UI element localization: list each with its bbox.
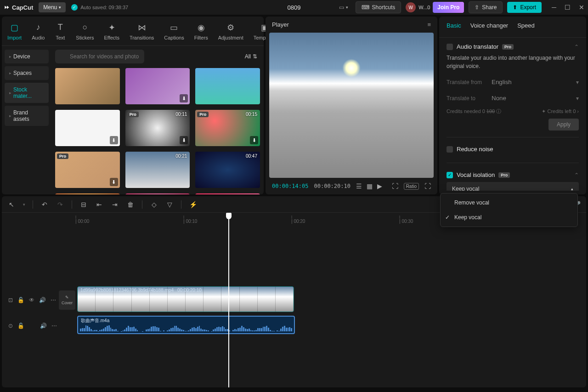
bookmark-icon[interactable]: ▽ xyxy=(165,201,174,208)
dropdown-option[interactable]: Remove vocal xyxy=(441,195,577,210)
track-more-icon[interactable]: ⋯ xyxy=(51,297,56,303)
track-lock-icon[interactable]: 🔓 xyxy=(17,297,24,303)
media-thumbnail[interactable]: 00:21 xyxy=(125,193,190,194)
autosave-status: ✓ Auto saved: 09:38:37 xyxy=(71,4,128,11)
tool-tab-captions[interactable]: ▭Captions xyxy=(164,22,184,44)
download-icon[interactable]: ⬇ xyxy=(180,94,188,102)
filter-all-button[interactable]: All ⇅ xyxy=(242,51,260,62)
vocal-isolation-toggle[interactable]: ✓ xyxy=(447,172,453,178)
properties-tab-voice-changer[interactable]: Voice changer xyxy=(470,22,508,32)
project-title[interactable]: 0809 xyxy=(288,4,301,11)
close-icon[interactable]: ✕ xyxy=(579,4,584,11)
join-pro-button[interactable]: Join Pro xyxy=(433,2,464,13)
audio-translator-section: Audio translator Pro ⌃ Translate your au… xyxy=(447,43,579,137)
trim-right-icon[interactable]: ⇥ xyxy=(111,201,119,208)
scan-icon[interactable]: ⛶ xyxy=(392,182,398,190)
video-track: ⊡ 🔓 👁 🔊 ⋯ ✎Cover 1d99a992b8081812346706 … xyxy=(2,286,586,314)
player-viewport[interactable] xyxy=(269,33,434,178)
marker-icon[interactable]: ◇ xyxy=(150,201,158,208)
split-icon[interactable]: ⊟ xyxy=(79,201,88,208)
dropdown-option[interactable]: Keep vocal xyxy=(441,210,577,225)
player-menu-icon[interactable]: ≡ xyxy=(427,21,431,28)
check-icon: ✓ xyxy=(71,4,78,11)
time-tick: | 00:10 xyxy=(183,215,197,224)
media-thumbnail[interactable]: 00:47 xyxy=(195,152,260,188)
audio-translator-toggle[interactable] xyxy=(447,44,453,50)
sidebar-item-brandassets[interactable]: Brand assets xyxy=(5,106,49,126)
collapse-icon[interactable]: ⌃ xyxy=(574,172,579,178)
aspect-ratio-button[interactable]: ▭ ▾ xyxy=(336,2,351,12)
fullscreen-icon[interactable]: ⛶ xyxy=(424,182,431,190)
sidebar-item-device[interactable]: Device xyxy=(5,50,49,63)
titlebar: CapCut Menu ▾ ✓ Auto saved: 09:38:37 080… xyxy=(0,0,588,15)
media-thumbnail[interactable]: ⬇ xyxy=(55,110,120,146)
trim-left-icon[interactable]: ⇤ xyxy=(95,201,103,208)
maximize-icon[interactable]: ☐ xyxy=(565,4,571,11)
tool-tab-effects[interactable]: ✦Effects xyxy=(104,22,119,44)
download-icon[interactable]: ⬇ xyxy=(110,178,118,186)
delete-icon[interactable]: 🗑 xyxy=(126,201,135,208)
video-clip[interactable]: 1d99a992b8081812346706 3b9d74b188.mp4 00… xyxy=(77,286,294,312)
tool-tab-stickers[interactable]: ○Stickers xyxy=(76,22,94,44)
media-thumbnail[interactable]: Pro00:11⬇ xyxy=(125,110,190,146)
audio-clip[interactable]: 歌曲声音.m4a xyxy=(77,316,295,334)
timeline[interactable]: | 00:00| 00:10| 00:20| 00:30 ⊡ 🔓 👁 🔊 ⋯ ✎… xyxy=(2,213,586,387)
tool-tab-audio[interactable]: ♪Audio xyxy=(32,22,45,44)
cursor-icon[interactable]: ↖ xyxy=(7,201,16,208)
shortcuts-button[interactable]: ⌨ Shortcuts xyxy=(356,1,401,13)
tool-tab-adjustment[interactable]: ⚙Adjustment xyxy=(218,22,243,44)
player-panel: Player ≡ 00:00:14:05 00:00:20:10 ☰ ▦ ▶ ⛶… xyxy=(266,17,437,194)
media-thumbnail[interactable]: Pro00:15⬇ xyxy=(195,110,260,146)
apply-button[interactable]: Apply xyxy=(548,119,579,131)
media-thumbnail[interactable]: 00:21 xyxy=(125,152,190,188)
track-lock-icon[interactable]: 🔓 xyxy=(17,323,24,329)
tool-tab-transitions[interactable]: ⋈Transitions xyxy=(130,22,154,44)
share-button[interactable]: ⇧ Share xyxy=(469,1,503,13)
vocal-isolation-select[interactable]: Keep vocal ▴ xyxy=(447,182,579,191)
reduce-noise-section: Reduce noise xyxy=(447,146,579,163)
pro-badge: Pro xyxy=(498,172,510,178)
properties-tab-basic[interactable]: Basic xyxy=(447,22,461,32)
media-thumbnail[interactable] xyxy=(55,68,120,104)
reduce-noise-toggle[interactable] xyxy=(447,146,453,153)
minimize-icon[interactable]: ─ xyxy=(552,4,556,11)
media-panel: ▢Import♪AudioTText○Stickers✦Effects⋈Tran… xyxy=(2,17,264,194)
redo-icon[interactable]: ↷ xyxy=(56,201,64,208)
undo-icon[interactable]: ↶ xyxy=(40,201,49,208)
playhead[interactable] xyxy=(228,213,229,387)
media-thumbnail[interactable]: Pro00:20 xyxy=(195,193,260,194)
cover-button[interactable]: ✎Cover xyxy=(59,290,75,310)
menu-button[interactable]: Menu ▾ xyxy=(39,2,66,12)
track-eye-icon[interactable]: 👁 xyxy=(29,297,34,303)
download-icon[interactable]: ⬇ xyxy=(110,136,118,144)
media-thumbnail[interactable]: Pro00:12 xyxy=(55,193,120,194)
export-button[interactable]: ⬆ Export xyxy=(507,2,542,13)
track-mute-icon[interactable]: 🔊 xyxy=(40,323,47,329)
media-thumbnail[interactable] xyxy=(195,68,260,104)
track-settings-icon[interactable]: ⊙ xyxy=(8,323,13,329)
collapse-icon[interactable]: ⌃ xyxy=(574,44,579,50)
total-time: 00:00:20:10 xyxy=(314,183,350,189)
list-icon[interactable]: ☰ xyxy=(356,182,362,190)
translate-to-select[interactable]: None xyxy=(488,92,576,104)
media-thumbnail[interactable]: ⬇ xyxy=(125,68,190,104)
download-icon[interactable]: ⬇ xyxy=(250,136,258,144)
tool-tab-import[interactable]: ▢Import xyxy=(7,22,22,44)
auto-icon[interactable]: ⚡ xyxy=(189,201,197,208)
tool-tab-filters[interactable]: ◉Filters xyxy=(194,22,208,44)
download-icon[interactable]: ⬇ xyxy=(180,136,188,144)
ratio-button[interactable]: Ratio xyxy=(404,183,419,190)
user-avatar[interactable]: W xyxy=(406,2,416,12)
play-icon[interactable]: ▶ xyxy=(377,182,382,190)
sidebar-item-spaces[interactable]: Spaces xyxy=(5,66,49,80)
tool-tab-text[interactable]: TText xyxy=(55,22,66,44)
track-more-icon[interactable]: ⋯ xyxy=(51,323,57,329)
media-thumbnail[interactable]: Pro⬇ xyxy=(55,152,120,188)
track-settings-icon[interactable]: ⊡ xyxy=(8,297,13,303)
track-mute-icon[interactable]: 🔊 xyxy=(39,297,46,303)
translate-from-select[interactable]: English xyxy=(488,76,576,88)
search-input[interactable] xyxy=(55,50,144,63)
grid-icon[interactable]: ▦ xyxy=(367,182,373,190)
sidebar-item-stockmater[interactable]: Stock mater... xyxy=(5,83,49,103)
properties-tab-speed[interactable]: Speed xyxy=(517,22,535,32)
